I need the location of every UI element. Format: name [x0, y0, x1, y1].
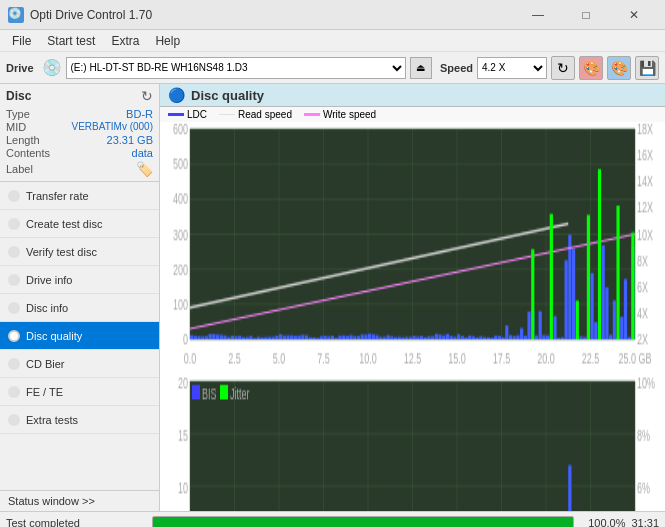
- progress-bar: [152, 516, 574, 528]
- right-panel: 🔵 Disc quality LDC Read speed Write spee…: [160, 84, 665, 511]
- length-label: Length: [6, 134, 40, 146]
- nav-extra-tests[interactable]: Extra tests: [0, 406, 159, 434]
- mid-value: VERBATIMv (000): [72, 121, 154, 133]
- nav-dot: [8, 246, 20, 258]
- drive-selector[interactable]: (E:) HL-DT-ST BD-RE WH16NS48 1.D3: [66, 57, 406, 79]
- ldc-color: [168, 113, 184, 116]
- read-speed-color: [219, 114, 235, 115]
- nav-label: Transfer rate: [26, 190, 89, 202]
- elapsed-time: 31:31: [631, 517, 659, 528]
- speed-label: Speed: [440, 62, 473, 74]
- nav-list: Transfer rate Create test disc Verify te…: [0, 182, 159, 434]
- chart-legend: LDC Read speed Write speed: [160, 107, 665, 122]
- legend-ldc: LDC: [168, 109, 207, 120]
- read-speed-label: Read speed: [238, 109, 292, 120]
- disc-section-title: Disc: [6, 89, 31, 103]
- disc-quality-icon: 🔵: [168, 87, 185, 103]
- progress-fill: [153, 517, 573, 528]
- nav-verify-test[interactable]: Verify test disc: [0, 238, 159, 266]
- type-label: Type: [6, 108, 30, 120]
- menu-extra[interactable]: Extra: [103, 32, 147, 50]
- nav-label: Disc info: [26, 302, 68, 314]
- window-controls: — □ ✕: [515, 0, 657, 30]
- legend-write-speed: Write speed: [304, 109, 376, 120]
- eject-button[interactable]: ⏏: [410, 57, 432, 79]
- nav-dot-active: [8, 330, 20, 342]
- nav-label: CD Bier: [26, 358, 65, 370]
- nav-label: Create test disc: [26, 218, 102, 230]
- status-window-button[interactable]: Status window >>: [0, 490, 159, 511]
- write-speed-label: Write speed: [323, 109, 376, 120]
- contents-value: data: [132, 147, 153, 159]
- nav-dot: [8, 302, 20, 314]
- nav-label: FE / TE: [26, 386, 63, 398]
- left-panel: Disc ↻ Type BD-R MID VERBATIMv (000) Len…: [0, 84, 160, 511]
- nav-dot: [8, 358, 20, 370]
- nav-dot: [8, 190, 20, 202]
- app-icon: 💿: [8, 7, 24, 23]
- mid-label: MID: [6, 121, 26, 133]
- color1-button[interactable]: 🎨: [579, 56, 603, 80]
- menu-bar: File Start test Extra Help: [0, 30, 665, 52]
- nav-label: Drive info: [26, 274, 72, 286]
- bottom-status-bar: Test completed 100.0% 31:31: [0, 511, 665, 527]
- nav-disc-info[interactable]: Disc info: [0, 294, 159, 322]
- menu-file[interactable]: File: [4, 32, 39, 50]
- disc-info-section: Disc ↻ Type BD-R MID VERBATIMv (000) Len…: [0, 84, 159, 182]
- disc-refresh-icon[interactable]: ↻: [141, 88, 153, 104]
- nav-create-test[interactable]: Create test disc: [0, 210, 159, 238]
- menu-start-test[interactable]: Start test: [39, 32, 103, 50]
- nav-fe-te[interactable]: FE / TE: [0, 378, 159, 406]
- contents-label: Contents: [6, 147, 50, 159]
- ldc-chart: [160, 122, 665, 374]
- disc-quality-header: 🔵 Disc quality: [160, 84, 665, 107]
- drive-icon: 💿: [42, 58, 62, 77]
- title-bar: 💿 Opti Drive Control 1.70 — □ ✕: [0, 0, 665, 30]
- progress-percent: 100.0%: [580, 517, 625, 528]
- minimize-button[interactable]: —: [515, 0, 561, 30]
- label-label: Label: [6, 163, 33, 175]
- charts-container: [160, 122, 665, 511]
- menu-help[interactable]: Help: [147, 32, 188, 50]
- maximize-button[interactable]: □: [563, 0, 609, 30]
- speed-selector[interactable]: 4.2 X: [477, 57, 547, 79]
- close-button[interactable]: ✕: [611, 0, 657, 30]
- disc-quality-title: Disc quality: [191, 88, 264, 103]
- drive-bar: Drive 💿 (E:) HL-DT-ST BD-RE WH16NS48 1.D…: [0, 52, 665, 84]
- status-text: Test completed: [6, 517, 146, 528]
- app-title: Opti Drive Control 1.70: [30, 8, 515, 22]
- nav-transfer-rate[interactable]: Transfer rate: [0, 182, 159, 210]
- nav-label: Verify test disc: [26, 246, 97, 258]
- status-window-label: Status window >>: [8, 495, 95, 507]
- length-value: 23.31 GB: [107, 134, 153, 146]
- drive-label: Drive: [6, 62, 34, 74]
- nav-dot: [8, 218, 20, 230]
- nav-label-active: Disc quality: [26, 330, 82, 342]
- color2-button[interactable]: 🎨: [607, 56, 631, 80]
- label-icon[interactable]: 🏷️: [136, 161, 153, 177]
- nav-dot: [8, 414, 20, 426]
- write-speed-color: [304, 113, 320, 116]
- save-button[interactable]: 💾: [635, 56, 659, 80]
- refresh-button[interactable]: ↻: [551, 56, 575, 80]
- nav-cd-bier[interactable]: CD Bier: [0, 350, 159, 378]
- bis-chart: [160, 374, 665, 511]
- ldc-label: LDC: [187, 109, 207, 120]
- nav-label: Extra tests: [26, 414, 78, 426]
- nav-dot: [8, 386, 20, 398]
- legend-read-speed: Read speed: [219, 109, 292, 120]
- type-value: BD-R: [126, 108, 153, 120]
- nav-disc-quality[interactable]: Disc quality: [0, 322, 159, 350]
- nav-drive-info[interactable]: Drive info: [0, 266, 159, 294]
- nav-dot: [8, 274, 20, 286]
